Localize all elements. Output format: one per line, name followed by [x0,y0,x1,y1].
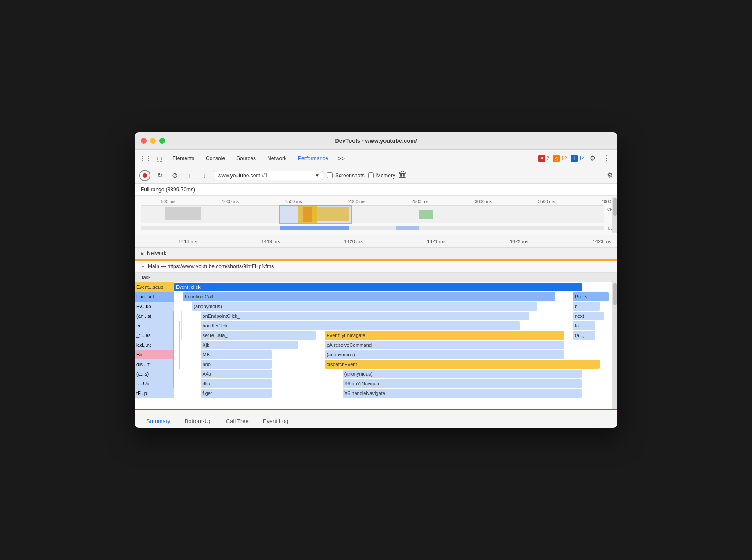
scrollbar-thumb[interactable] [613,198,617,216]
timeline-overview[interactable]: 500 ms 1000 ms 1500 ms 2000 ms 2500 ms 3… [135,196,617,235]
flame-block-x6-handle[interactable]: X6.handleNavigate [343,389,582,398]
memory-checkbox[interactable] [368,172,374,178]
flame-block-dka[interactable]: dka [201,379,272,388]
tab-elements[interactable]: Elements [167,154,200,163]
tab-console[interactable]: Console [201,154,230,163]
network-track-header[interactable]: ▶ Network [135,248,617,259]
flame-block-next[interactable]: next [573,312,604,320]
flame-block-anonymous-2[interactable]: (anonymous) [343,370,582,378]
flame-row-9[interactable]: (a...s) A4a (anonymous) [135,369,617,379]
tab-call-tree[interactable]: Call Tree [219,414,256,428]
bottom-tabs: Summary Bottom-Up Call Tree Event Log [135,409,617,428]
ruler-label-7: 4000 [602,199,611,204]
warning-count: 12 [561,155,567,162]
timeline-scrollbar[interactable] [612,197,617,233]
flame-block-ta[interactable]: ta [573,321,595,330]
flame-row-4[interactable]: fx handleClick_ ta [135,321,617,330]
flame-block-ru[interactable]: Ru...s [573,292,609,301]
flame-block-x6-onyt[interactable]: X6.onYtNavigate [343,379,582,388]
traffic-lights [141,138,165,144]
flame-label-0: Event...seup [135,282,174,292]
perf-settings-icon[interactable]: ⚙ [607,171,613,179]
info-badge[interactable]: i 14 [571,155,585,162]
minimize-button[interactable] [150,138,156,144]
main-collapse-arrow[interactable]: ▼ [141,264,145,269]
zoom-label-2: 1420 ms [344,239,363,244]
screenshots-toggle[interactable]: Screenshots [327,172,365,179]
flame-row-6[interactable]: k.d...nt Xjb pA.resolveCommand [135,340,617,350]
tab-event-log[interactable]: Event Log [256,414,296,428]
tab-sources[interactable]: Sources [231,154,261,163]
settings-icon[interactable]: ⚙ [587,152,599,165]
dropdown-arrow[interactable]: ▼ [315,173,319,178]
more-tabs-button[interactable]: >> [334,153,348,164]
flame-block-function-call[interactable]: Function Call [183,292,555,301]
badge-group: ✕ 2 △ 12 i 14 [538,155,585,162]
flame-block-yt-navigate[interactable]: Event: yt-navigate [325,331,564,340]
main-track-header[interactable]: ▼ Main — https://www.youtube.com/shorts/… [135,261,617,272]
url-selector[interactable]: www.youtube.com #1 ▼ [214,171,323,180]
flame-cells-3: onEndpointClick_ next [174,311,617,321]
network-track-label: Network [147,250,166,256]
highlight-line-2 [179,321,180,369]
flame-block-nbb[interactable]: nbb [201,360,272,369]
tab-network[interactable]: Network [262,154,292,163]
flame-row-1[interactable]: Fun...all Function Call Ru...s [135,292,617,302]
flame-cells-2: (anonymous) b [174,302,617,311]
maximize-button[interactable] [159,138,165,144]
flame-block-dispatchevent[interactable]: dispatchEvent [325,360,599,369]
ruler-label-5: 3000 ms [475,199,491,204]
flame-scrollbar-thumb[interactable] [613,283,617,305]
upload-button[interactable]: ↑ [184,170,195,181]
flame-block-anonymous-0[interactable]: (anonymous) [192,302,537,311]
flame-block-b[interactable]: b [573,302,600,311]
clear-button[interactable]: ⊘ [169,170,180,181]
flame-block-a[interactable]: (a...) [573,331,595,340]
warning-badge[interactable]: △ 12 [553,155,567,162]
flame-block-a4a[interactable]: A4a [201,370,272,378]
flame-scrollbar[interactable] [612,282,617,409]
flame-row-11[interactable]: tF...p f.get X6.handleNavigate [135,388,617,398]
tab-summary[interactable]: Summary [139,414,178,428]
flame-row-5[interactable]: _fi...es setTe...ata_ Event: yt-navigate… [135,330,617,340]
flame-block-mb[interactable]: MB [201,350,272,359]
flame-block-event-click[interactable]: Event: click [174,283,582,291]
network-track: ▶ Network [135,248,617,259]
flame-row-0[interactable]: Event...seup Event: click [135,282,617,292]
flame-row-7[interactable]: Bb MB (anonymous) [135,350,617,359]
close-button[interactable] [141,138,147,144]
flame-block-onendpointclick[interactable]: onEndpointClick_ [201,312,529,320]
devtools-icon[interactable]: ⋮⋮ [139,152,151,165]
flame-block-handleclick[interactable]: handleClick_ [201,321,520,330]
download-button[interactable]: ↓ [199,170,210,181]
flame-block-pa-resolve[interactable]: pA.resolveCommand [325,341,564,349]
flame-row-10[interactable]: f....Up dka X6.onYtNavigate [135,379,617,388]
flame-block-fget[interactable]: f.get [201,389,272,398]
selection-region[interactable] [279,205,352,224]
flame-label-9: (a...s) [135,369,174,379]
error-badge[interactable]: ✕ 2 [538,155,550,162]
camera-icon[interactable]: 🏛 [399,171,407,180]
tab-bottom-up[interactable]: Bottom-Up [178,414,219,428]
screenshots-checkbox[interactable] [327,172,333,178]
info-icon: i [571,155,578,162]
more-options-icon[interactable]: ⋮ [601,152,613,165]
flame-block-anonymous-1[interactable]: (anonymous) [325,350,564,359]
record-button[interactable] [139,170,150,181]
inspect-icon[interactable]: ⬚ [153,152,165,165]
memory-toggle[interactable]: Memory [368,172,395,179]
ruler-label-3: 2000 ms [348,199,365,204]
flame-row-2[interactable]: Ev...up (anonymous) b [135,302,617,311]
flame-block-xjb[interactable]: Xjb [201,341,298,349]
nav-tabs: Elements Console Sources Network Perform… [167,153,533,164]
full-range-label: Full range (3899.70ms) [135,184,617,196]
flame-row-3[interactable]: (an...s) onEndpointClick_ next [135,311,617,321]
reload-button[interactable]: ↻ [154,170,165,181]
tab-performance[interactable]: Performance [293,154,333,163]
info-count: 14 [579,155,585,162]
flame-block-sette[interactable]: setTe...ata_ [201,331,316,340]
network-collapse-arrow[interactable]: ▶ [141,251,144,256]
flame-row-8[interactable]: dis...nt nbb dispatchEvent [135,359,617,369]
flame-chart[interactable]: Event...seup Event: click Fun...all Func… [135,282,617,409]
highlight-line [173,311,174,388]
